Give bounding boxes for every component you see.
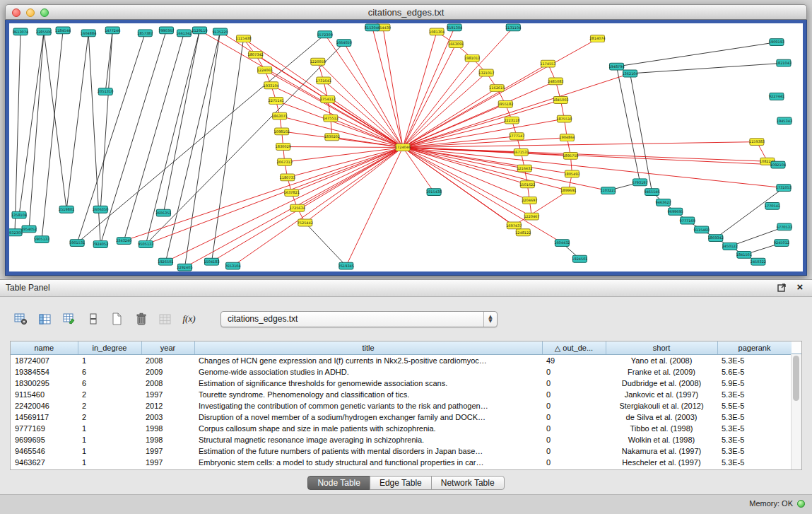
cell-title[interactable]: Estimation of the future numbers of pati…: [194, 445, 542, 457]
cell-name[interactable]: 14569117: [11, 411, 78, 423]
scrollbar-thumb[interactable]: [793, 356, 799, 401]
cell-out-degree[interactable]: 0: [542, 434, 606, 445]
cell-title[interactable]: Tourette syndrome. Phenomenology and cla…: [194, 389, 542, 400]
cell-out-degree[interactable]: 0: [542, 411, 606, 423]
cell-year[interactable]: 1997: [141, 445, 194, 457]
graph-node[interactable]: 2754112: [320, 96, 336, 103]
graph-edge[interactable]: [29, 32, 44, 229]
graph-node[interactable]: 2285506: [36, 28, 52, 35]
graph-node[interactable]: 1841501: [736, 251, 752, 258]
cell-name[interactable]: 9777169: [11, 423, 78, 434]
close-window-button[interactable]: [12, 8, 20, 17]
graph-node[interactable]: 2814074: [589, 35, 605, 42]
graph-node[interactable]: 2067313: [277, 158, 293, 165]
cell-out-degree[interactable]: 0: [542, 389, 606, 400]
cell-name[interactable]: 22420046: [11, 400, 78, 411]
column-header-in-degree[interactable]: in_degree: [78, 341, 141, 355]
cell-in-degree[interactable]: 6: [78, 378, 141, 389]
graph-node[interactable]: 7653104: [225, 262, 240, 269]
column-header-short[interactable]: short: [606, 341, 717, 355]
graph-node[interactable]: 1501622: [519, 181, 535, 188]
cell-out-degree[interactable]: 0: [542, 457, 606, 468]
graph-node[interactable]: 1671531: [513, 148, 529, 156]
tab-network-table[interactable]: Network Table: [431, 476, 505, 490]
table-row[interactable]: 1938455462009Genome-wide association stu…: [11, 366, 792, 378]
graph-node[interactable]: 1875510: [556, 115, 572, 122]
table-row[interactable]: 1872400712008Changes of HCN gene express…: [11, 355, 792, 367]
minimize-window-button[interactable]: [26, 8, 35, 17]
column-header-out-degree[interactable]: △ out_de...: [542, 341, 606, 355]
graph-node[interactable]: 1131104: [505, 24, 521, 31]
column-header-year[interactable]: year: [141, 341, 194, 355]
cell-in-degree[interactable]: 1: [78, 423, 141, 434]
cell-pagerank[interactable]: 5.3E-5: [717, 411, 792, 423]
graph-node[interactable]: 1904864: [559, 134, 575, 141]
graph-node[interactable]: 9505133: [138, 241, 153, 248]
graph-node[interactable]: 1663091: [448, 41, 464, 48]
graph-edge[interactable]: [124, 33, 184, 241]
graph-edge[interactable]: [403, 88, 497, 148]
cell-pagerank[interactable]: 5.3E-5: [717, 355, 792, 367]
graph-node[interactable]: 5901531: [69, 240, 85, 247]
graph-node[interactable]: 2129110: [192, 27, 207, 34]
column-header-name[interactable]: name: [11, 341, 78, 355]
new-column-button[interactable]: [107, 310, 126, 328]
cell-title[interactable]: Changes of HCN gene expression and I(f) …: [194, 355, 542, 367]
cell-in-degree[interactable]: 2: [78, 389, 141, 400]
cell-in-degree[interactable]: 2: [78, 400, 141, 411]
graph-node[interactable]: 9465546: [645, 189, 660, 196]
graph-node[interactable]: 1224065: [257, 66, 273, 74]
graph-node[interactable]: 1954052: [21, 226, 37, 233]
graph-edge[interactable]: [288, 148, 403, 177]
graph-edge[interactable]: [403, 58, 472, 147]
graph-node[interactable]: 5909193: [769, 39, 784, 46]
cell-name[interactable]: 19384554: [11, 366, 78, 378]
tab-node-table[interactable]: Node Table: [307, 476, 370, 490]
cell-year[interactable]: 2008: [141, 378, 194, 389]
graph-node[interactable]: 2450122: [722, 243, 738, 250]
graph-edge[interactable]: [617, 66, 640, 182]
graph-edge[interactable]: [77, 35, 325, 243]
cell-out-degree[interactable]: 0: [542, 366, 606, 378]
graph-edge[interactable]: [403, 73, 486, 147]
graph-edge[interactable]: [66, 33, 88, 209]
graph-node[interactable]: 1926501: [158, 258, 173, 265]
graph-edge[interactable]: [403, 142, 757, 148]
close-panel-icon[interactable]: ×: [795, 282, 805, 292]
cell-short[interactable]: Stergiakouli et al. (2012): [606, 400, 717, 411]
table-row[interactable]: 946362711997Embryonic stem cells: a mode…: [11, 457, 792, 468]
cell-year[interactable]: 1997: [141, 457, 194, 468]
graph-edge[interactable]: [403, 32, 437, 148]
window-titlebar[interactable]: citations_edges.txt: [5, 4, 807, 20]
cell-pagerank[interactable]: 5.6E-5: [717, 366, 792, 378]
cell-title[interactable]: Corpus callosum shape and size in male p…: [194, 423, 542, 434]
graph-edge[interactable]: [233, 148, 403, 267]
graph-node[interactable]: 5572309: [317, 31, 333, 38]
graph-node[interactable]: 1115438: [235, 35, 251, 42]
network-canvas[interactable]: 1724046111543818073421224065193310422751…: [9, 23, 803, 271]
cell-short[interactable]: Yano et al. (2008): [606, 355, 717, 367]
cell-title[interactable]: Investigating the contribution of common…: [194, 400, 542, 411]
cell-short[interactable]: Wolkin et al. (1998): [606, 434, 717, 445]
network-selector[interactable]: citations_edges.txt ▲▼: [220, 311, 498, 327]
graph-edge[interactable]: [77, 33, 145, 243]
table-row[interactable]: 1456911722003Disruption of a novel membe…: [11, 411, 792, 423]
graph-node[interactable]: 2051310: [98, 88, 113, 95]
graph-node[interactable]: 1604432: [554, 240, 570, 247]
cell-pagerank[interactable]: 5.9E-5: [717, 378, 792, 389]
cell-out-degree[interactable]: 0: [542, 400, 606, 411]
graph-node[interactable]: 1362104: [622, 70, 637, 77]
graph-node[interactable]: 1924501: [572, 255, 587, 262]
graph-node[interactable]: 1248122: [515, 229, 531, 236]
graph-node[interactable]: 1981013: [464, 54, 480, 62]
graph-node[interactable]: 9463627: [656, 199, 671, 206]
table-options-button[interactable]: [11, 310, 30, 328]
graph-node[interactable]: 8153046: [365, 24, 380, 31]
table-row[interactable]: 1830029562008Estimation of significance …: [11, 378, 792, 389]
graph-node[interactable]: 2519801: [59, 206, 74, 213]
graph-node[interactable]: 1081304: [429, 28, 445, 35]
cell-title[interactable]: Structural magnetic resonance image aver…: [194, 434, 542, 445]
graph-edge[interactable]: [514, 191, 568, 226]
cell-pagerank[interactable]: 5.3E-5: [717, 423, 792, 434]
graph-node[interactable]: 1637821: [284, 189, 300, 197]
